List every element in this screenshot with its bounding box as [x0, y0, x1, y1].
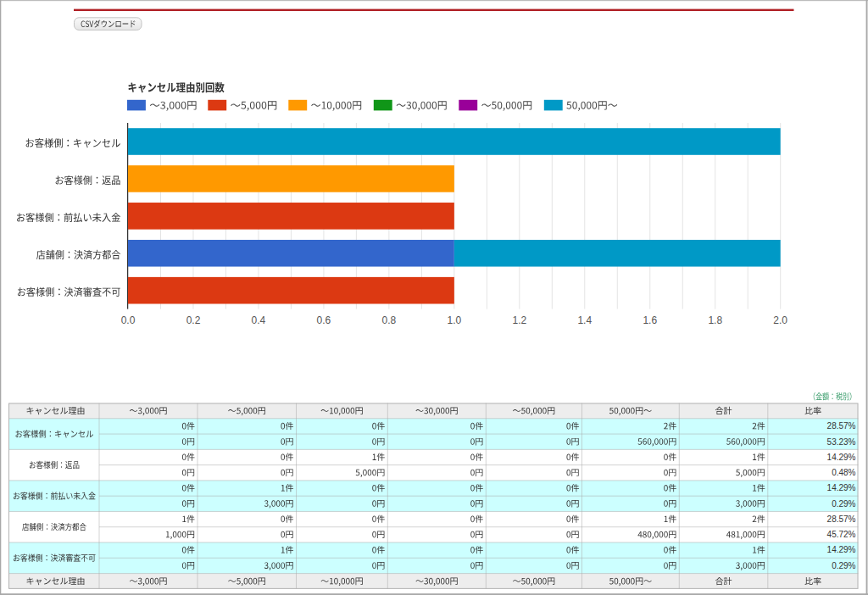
svg-text:28.57%: 28.57% [827, 421, 856, 431]
svg-text:0.6: 0.6 [317, 314, 331, 326]
svg-text:0.29%: 0.29% [832, 499, 855, 509]
svg-text:28.57%: 28.57% [827, 514, 856, 524]
svg-text:53.23%: 53.23% [827, 437, 856, 447]
svg-text:0.4: 0.4 [252, 314, 266, 326]
svg-text:45.72%: 45.72% [827, 530, 856, 539]
svg-text:1.4: 1.4 [577, 314, 592, 326]
svg-text:1.8: 1.8 [708, 314, 722, 326]
svg-text:14.29%: 14.29% [827, 545, 856, 554]
svg-text:14.29%: 14.29% [827, 453, 856, 462]
svg-text:1.6: 1.6 [643, 314, 657, 326]
svg-text:0.8: 0.8 [382, 314, 397, 326]
svg-text:2.0: 2.0 [773, 314, 787, 326]
svg-text:0.48%: 0.48% [832, 468, 855, 477]
svg-text:0.2: 0.2 [186, 314, 201, 326]
svg-text:1.0: 1.0 [448, 314, 462, 326]
svg-text:14.29%: 14.29% [827, 483, 856, 492]
svg-text:0.29%: 0.29% [832, 561, 855, 570]
svg-text:0.0: 0.0 [121, 314, 136, 326]
svg-text:1.2: 1.2 [512, 314, 526, 326]
